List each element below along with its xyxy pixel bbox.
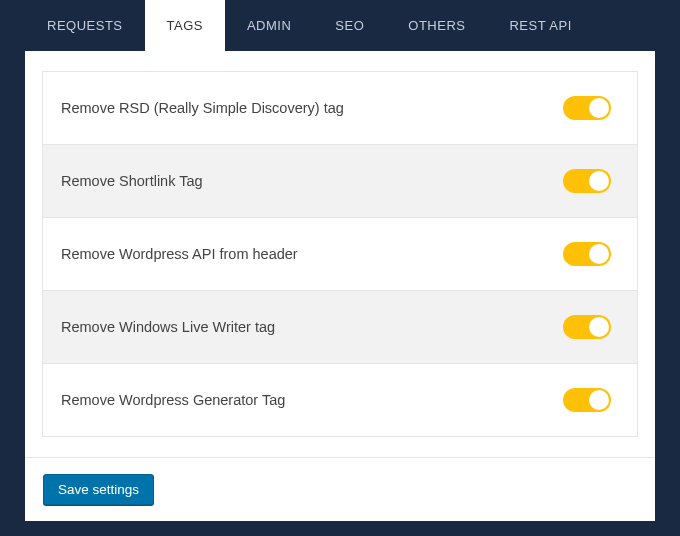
tab-rest-api[interactable]: REST API (487, 0, 593, 51)
setting-row: Remove Wordpress Generator Tag (42, 364, 638, 437)
tab-requests[interactable]: REQUESTS (25, 0, 145, 51)
setting-label: Remove Shortlink Tag (61, 173, 203, 189)
settings-panel: Remove RSD (Really Simple Discovery) tag… (25, 51, 655, 521)
setting-label: Remove RSD (Really Simple Discovery) tag (61, 100, 344, 116)
toggle-wp-api[interactable] (563, 242, 611, 266)
setting-row: Remove Windows Live Writer tag (42, 291, 638, 364)
tab-tags[interactable]: TAGS (145, 0, 225, 51)
toggle-rsd[interactable] (563, 96, 611, 120)
setting-row: Remove RSD (Really Simple Discovery) tag (42, 71, 638, 145)
toggle-shortlink[interactable] (563, 169, 611, 193)
toggle-knob (589, 98, 609, 118)
tab-seo[interactable]: SEO (313, 0, 386, 51)
setting-row: Remove Shortlink Tag (42, 145, 638, 218)
toggle-generator[interactable] (563, 388, 611, 412)
setting-label: Remove Wordpress API from header (61, 246, 298, 262)
toggle-knob (589, 244, 609, 264)
setting-label: Remove Windows Live Writer tag (61, 319, 275, 335)
setting-label: Remove Wordpress Generator Tag (61, 392, 285, 408)
toggle-knob (589, 390, 609, 410)
save-button[interactable]: Save settings (43, 474, 154, 505)
tab-others[interactable]: OTHERS (386, 0, 487, 51)
tab-bar: REQUESTS TAGS ADMIN SEO OTHERS REST API (0, 0, 680, 51)
tab-admin[interactable]: ADMIN (225, 0, 313, 51)
setting-row: Remove Wordpress API from header (42, 218, 638, 291)
toggle-knob (589, 317, 609, 337)
panel-footer: Save settings (25, 457, 655, 521)
settings-list: Remove RSD (Really Simple Discovery) tag… (25, 51, 655, 437)
toggle-wlw[interactable] (563, 315, 611, 339)
toggle-knob (589, 171, 609, 191)
